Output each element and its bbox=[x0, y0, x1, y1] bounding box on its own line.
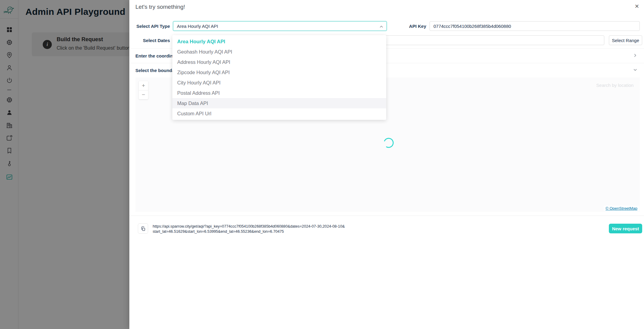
api-key-input[interactable] bbox=[430, 21, 640, 31]
map-zoom-control: + − bbox=[139, 81, 148, 99]
dropdown-option[interactable]: Zipcode Hourly AQI API bbox=[172, 67, 386, 77]
bottom-divider bbox=[129, 215, 644, 216]
close-icon[interactable]: ✕ bbox=[635, 4, 639, 9]
openstreetmap-link[interactable]: © OpenStreetMap bbox=[606, 206, 637, 211]
api-key-label: API Key bbox=[402, 24, 426, 29]
dropdown-option[interactable]: City Hourly AQI API bbox=[172, 77, 386, 88]
try-something-modal: Let's try something! ✕ Select API Type A… bbox=[129, 0, 644, 329]
dropdown-option[interactable]: Area Hourly AQI API bbox=[172, 36, 386, 47]
chevron-down-icon bbox=[633, 68, 637, 73]
chevron-up-icon bbox=[379, 25, 383, 30]
copy-icon bbox=[141, 226, 146, 231]
dropdown-option[interactable]: Postal Address API bbox=[172, 88, 386, 98]
map-search-input[interactable]: Search by location bbox=[590, 80, 640, 90]
dropdown-option[interactable]: Address Hourly AQI API bbox=[172, 57, 386, 67]
dropdown-option[interactable]: Custom API Url bbox=[172, 108, 386, 119]
loading-spinner bbox=[383, 137, 395, 150]
dropdown-option[interactable]: Map Data API bbox=[172, 98, 386, 108]
app-root: Admin API Playground i Build the Request… bbox=[0, 0, 644, 329]
select-range-button[interactable]: Select Range bbox=[609, 35, 642, 45]
request-url-text: https://api.sparrow.city/get/aqi/?api_ke… bbox=[153, 224, 345, 234]
dates-label: Select Dates bbox=[134, 38, 170, 43]
map-attribution: © OpenStreetMap bbox=[604, 206, 639, 211]
api-type-label: Select API Type bbox=[134, 24, 170, 29]
chevron-right-icon bbox=[633, 53, 637, 59]
api-type-dropdown: Area Hourly AQI API Geohash Hourly AQI A… bbox=[172, 35, 386, 120]
zoom-in-button[interactable]: + bbox=[139, 81, 148, 90]
modal-title: Let's try something! bbox=[135, 4, 185, 10]
copy-url-button[interactable] bbox=[138, 223, 148, 234]
api-type-value: Area Hourly AQI API bbox=[177, 24, 218, 29]
zoom-out-button[interactable]: − bbox=[139, 90, 148, 100]
api-type-select[interactable]: Area Hourly AQI API bbox=[173, 21, 387, 31]
new-request-button[interactable]: New request bbox=[609, 224, 642, 233]
dropdown-option[interactable]: Geohash Hourly AQI API bbox=[172, 47, 386, 57]
